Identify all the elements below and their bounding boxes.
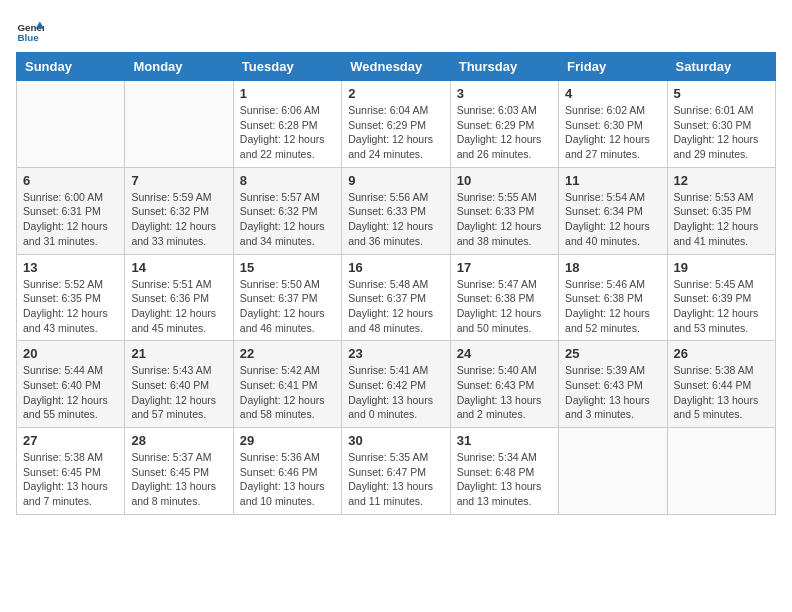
calendar-cell: 28Sunrise: 5:37 AM Sunset: 6:45 PM Dayli…	[125, 428, 233, 515]
calendar-cell: 2Sunrise: 6:04 AM Sunset: 6:29 PM Daylig…	[342, 81, 450, 168]
day-number: 25	[565, 346, 660, 361]
day-number: 7	[131, 173, 226, 188]
calendar-cell: 8Sunrise: 5:57 AM Sunset: 6:32 PM Daylig…	[233, 167, 341, 254]
day-info: Sunrise: 5:50 AM Sunset: 6:37 PM Dayligh…	[240, 277, 335, 336]
day-info: Sunrise: 5:43 AM Sunset: 6:40 PM Dayligh…	[131, 363, 226, 422]
day-info: Sunrise: 6:04 AM Sunset: 6:29 PM Dayligh…	[348, 103, 443, 162]
day-info: Sunrise: 5:59 AM Sunset: 6:32 PM Dayligh…	[131, 190, 226, 249]
day-number: 22	[240, 346, 335, 361]
calendar-cell	[17, 81, 125, 168]
calendar-cell: 7Sunrise: 5:59 AM Sunset: 6:32 PM Daylig…	[125, 167, 233, 254]
day-number: 24	[457, 346, 552, 361]
day-info: Sunrise: 6:03 AM Sunset: 6:29 PM Dayligh…	[457, 103, 552, 162]
day-info: Sunrise: 6:00 AM Sunset: 6:31 PM Dayligh…	[23, 190, 118, 249]
logo-icon: General Blue	[16, 16, 44, 44]
day-number: 18	[565, 260, 660, 275]
calendar-week-row: 20Sunrise: 5:44 AM Sunset: 6:40 PM Dayli…	[17, 341, 776, 428]
day-info: Sunrise: 5:39 AM Sunset: 6:43 PM Dayligh…	[565, 363, 660, 422]
calendar-week-row: 1Sunrise: 6:06 AM Sunset: 6:28 PM Daylig…	[17, 81, 776, 168]
calendar-cell	[667, 428, 775, 515]
calendar-cell: 26Sunrise: 5:38 AM Sunset: 6:44 PM Dayli…	[667, 341, 775, 428]
day-number: 28	[131, 433, 226, 448]
calendar-cell: 3Sunrise: 6:03 AM Sunset: 6:29 PM Daylig…	[450, 81, 558, 168]
day-info: Sunrise: 5:36 AM Sunset: 6:46 PM Dayligh…	[240, 450, 335, 509]
calendar-cell: 5Sunrise: 6:01 AM Sunset: 6:30 PM Daylig…	[667, 81, 775, 168]
weekday-header-saturday: Saturday	[667, 53, 775, 81]
day-number: 11	[565, 173, 660, 188]
calendar-cell: 30Sunrise: 5:35 AM Sunset: 6:47 PM Dayli…	[342, 428, 450, 515]
day-number: 26	[674, 346, 769, 361]
calendar-cell: 15Sunrise: 5:50 AM Sunset: 6:37 PM Dayli…	[233, 254, 341, 341]
calendar-week-row: 27Sunrise: 5:38 AM Sunset: 6:45 PM Dayli…	[17, 428, 776, 515]
calendar-cell: 19Sunrise: 5:45 AM Sunset: 6:39 PM Dayli…	[667, 254, 775, 341]
day-info: Sunrise: 5:51 AM Sunset: 6:36 PM Dayligh…	[131, 277, 226, 336]
day-number: 10	[457, 173, 552, 188]
day-info: Sunrise: 5:57 AM Sunset: 6:32 PM Dayligh…	[240, 190, 335, 249]
day-number: 13	[23, 260, 118, 275]
day-number: 8	[240, 173, 335, 188]
calendar-cell: 12Sunrise: 5:53 AM Sunset: 6:35 PM Dayli…	[667, 167, 775, 254]
day-info: Sunrise: 6:06 AM Sunset: 6:28 PM Dayligh…	[240, 103, 335, 162]
calendar-cell	[125, 81, 233, 168]
day-info: Sunrise: 5:40 AM Sunset: 6:43 PM Dayligh…	[457, 363, 552, 422]
day-info: Sunrise: 5:38 AM Sunset: 6:44 PM Dayligh…	[674, 363, 769, 422]
calendar-header-row: SundayMondayTuesdayWednesdayThursdayFrid…	[17, 53, 776, 81]
calendar-cell: 18Sunrise: 5:46 AM Sunset: 6:38 PM Dayli…	[559, 254, 667, 341]
day-number: 12	[674, 173, 769, 188]
day-info: Sunrise: 5:34 AM Sunset: 6:48 PM Dayligh…	[457, 450, 552, 509]
day-number: 27	[23, 433, 118, 448]
day-info: Sunrise: 6:01 AM Sunset: 6:30 PM Dayligh…	[674, 103, 769, 162]
day-info: Sunrise: 5:38 AM Sunset: 6:45 PM Dayligh…	[23, 450, 118, 509]
day-number: 21	[131, 346, 226, 361]
header: General Blue	[16, 16, 776, 44]
calendar-cell: 22Sunrise: 5:42 AM Sunset: 6:41 PM Dayli…	[233, 341, 341, 428]
day-number: 4	[565, 86, 660, 101]
weekday-header-friday: Friday	[559, 53, 667, 81]
calendar-cell: 17Sunrise: 5:47 AM Sunset: 6:38 PM Dayli…	[450, 254, 558, 341]
calendar-week-row: 6Sunrise: 6:00 AM Sunset: 6:31 PM Daylig…	[17, 167, 776, 254]
calendar-cell: 24Sunrise: 5:40 AM Sunset: 6:43 PM Dayli…	[450, 341, 558, 428]
calendar-cell: 21Sunrise: 5:43 AM Sunset: 6:40 PM Dayli…	[125, 341, 233, 428]
calendar-cell	[559, 428, 667, 515]
weekday-header-wednesday: Wednesday	[342, 53, 450, 81]
day-number: 20	[23, 346, 118, 361]
calendar-cell: 25Sunrise: 5:39 AM Sunset: 6:43 PM Dayli…	[559, 341, 667, 428]
calendar-cell: 27Sunrise: 5:38 AM Sunset: 6:45 PM Dayli…	[17, 428, 125, 515]
day-info: Sunrise: 5:41 AM Sunset: 6:42 PM Dayligh…	[348, 363, 443, 422]
day-number: 17	[457, 260, 552, 275]
calendar-week-row: 13Sunrise: 5:52 AM Sunset: 6:35 PM Dayli…	[17, 254, 776, 341]
calendar-cell: 4Sunrise: 6:02 AM Sunset: 6:30 PM Daylig…	[559, 81, 667, 168]
day-info: Sunrise: 5:56 AM Sunset: 6:33 PM Dayligh…	[348, 190, 443, 249]
weekday-header-sunday: Sunday	[17, 53, 125, 81]
logo: General Blue	[16, 16, 52, 44]
day-number: 19	[674, 260, 769, 275]
calendar-cell: 11Sunrise: 5:54 AM Sunset: 6:34 PM Dayli…	[559, 167, 667, 254]
day-info: Sunrise: 5:44 AM Sunset: 6:40 PM Dayligh…	[23, 363, 118, 422]
day-number: 3	[457, 86, 552, 101]
day-info: Sunrise: 5:54 AM Sunset: 6:34 PM Dayligh…	[565, 190, 660, 249]
calendar-cell: 20Sunrise: 5:44 AM Sunset: 6:40 PM Dayli…	[17, 341, 125, 428]
calendar-table: SundayMondayTuesdayWednesdayThursdayFrid…	[16, 52, 776, 515]
calendar-cell: 9Sunrise: 5:56 AM Sunset: 6:33 PM Daylig…	[342, 167, 450, 254]
day-number: 15	[240, 260, 335, 275]
day-number: 5	[674, 86, 769, 101]
day-number: 30	[348, 433, 443, 448]
day-info: Sunrise: 5:47 AM Sunset: 6:38 PM Dayligh…	[457, 277, 552, 336]
day-number: 1	[240, 86, 335, 101]
calendar-cell: 1Sunrise: 6:06 AM Sunset: 6:28 PM Daylig…	[233, 81, 341, 168]
day-info: Sunrise: 5:42 AM Sunset: 6:41 PM Dayligh…	[240, 363, 335, 422]
day-info: Sunrise: 5:46 AM Sunset: 6:38 PM Dayligh…	[565, 277, 660, 336]
calendar-cell: 13Sunrise: 5:52 AM Sunset: 6:35 PM Dayli…	[17, 254, 125, 341]
day-info: Sunrise: 5:48 AM Sunset: 6:37 PM Dayligh…	[348, 277, 443, 336]
day-info: Sunrise: 5:35 AM Sunset: 6:47 PM Dayligh…	[348, 450, 443, 509]
day-info: Sunrise: 5:45 AM Sunset: 6:39 PM Dayligh…	[674, 277, 769, 336]
weekday-header-tuesday: Tuesday	[233, 53, 341, 81]
calendar-cell: 29Sunrise: 5:36 AM Sunset: 6:46 PM Dayli…	[233, 428, 341, 515]
weekday-header-thursday: Thursday	[450, 53, 558, 81]
calendar-cell: 31Sunrise: 5:34 AM Sunset: 6:48 PM Dayli…	[450, 428, 558, 515]
day-info: Sunrise: 5:52 AM Sunset: 6:35 PM Dayligh…	[23, 277, 118, 336]
calendar-cell: 10Sunrise: 5:55 AM Sunset: 6:33 PM Dayli…	[450, 167, 558, 254]
calendar-cell: 6Sunrise: 6:00 AM Sunset: 6:31 PM Daylig…	[17, 167, 125, 254]
calendar-cell: 14Sunrise: 5:51 AM Sunset: 6:36 PM Dayli…	[125, 254, 233, 341]
day-number: 2	[348, 86, 443, 101]
